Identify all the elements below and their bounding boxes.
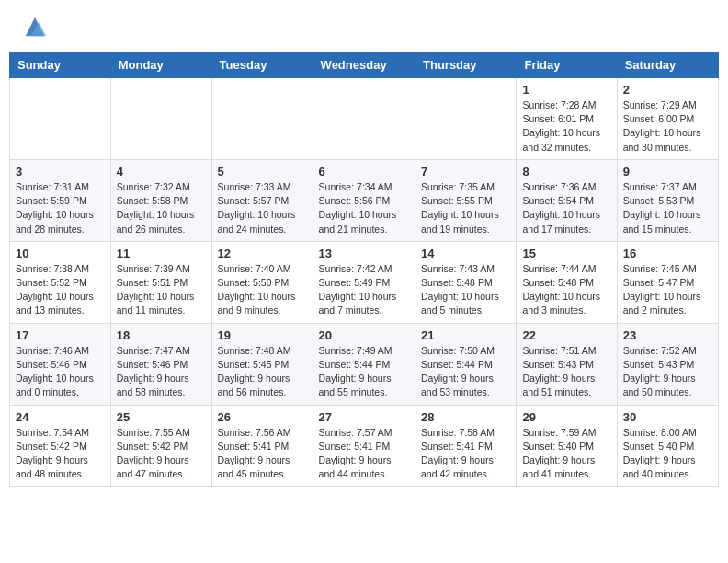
day-number: 21 <box>421 328 510 342</box>
day-info: Sunrise: 7:35 AM Sunset: 5:55 PM Dayligh… <box>421 180 510 236</box>
calendar-cell: 4Sunrise: 7:32 AM Sunset: 5:58 PM Daylig… <box>110 159 211 241</box>
day-number: 11 <box>117 247 206 260</box>
day-info: Sunrise: 7:28 AM Sunset: 6:01 PM Dayligh… <box>522 98 610 155</box>
calendar-cell: 6Sunrise: 7:34 AM Sunset: 5:56 PM Daylig… <box>313 159 415 241</box>
day-number: 19 <box>218 328 307 342</box>
calendar-cell: 25Sunrise: 7:55 AM Sunset: 5:42 PM Dayli… <box>110 405 211 487</box>
calendar-cell <box>110 78 211 160</box>
day-number: 29 <box>522 410 610 424</box>
day-number: 5 <box>218 165 307 178</box>
calendar-cell: 20Sunrise: 7:49 AM Sunset: 5:44 PM Dayli… <box>313 323 415 405</box>
day-info: Sunrise: 7:40 AM Sunset: 5:50 PM Dayligh… <box>218 262 307 318</box>
header-day-saturday: Saturday <box>617 52 718 78</box>
day-number: 4 <box>117 165 206 178</box>
calendar-week-row: 10Sunrise: 7:38 AM Sunset: 5:52 PM Dayli… <box>10 241 719 323</box>
day-number: 25 <box>117 410 206 424</box>
calendar-table: SundayMondayTuesdayWednesdayThursdayFrid… <box>9 52 719 487</box>
day-info: Sunrise: 7:39 AM Sunset: 5:51 PM Dayligh… <box>117 262 206 318</box>
day-info: Sunrise: 7:29 AM Sunset: 6:00 PM Dayligh… <box>623 98 712 155</box>
calendar-cell: 9Sunrise: 7:37 AM Sunset: 5:53 PM Daylig… <box>617 159 718 241</box>
header-day-sunday: Sunday <box>10 52 111 78</box>
day-info: Sunrise: 7:52 AM Sunset: 5:43 PM Dayligh… <box>623 344 712 400</box>
day-info: Sunrise: 7:31 AM Sunset: 5:59 PM Dayligh… <box>16 180 105 236</box>
calendar-cell: 7Sunrise: 7:35 AM Sunset: 5:55 PM Daylig… <box>415 159 517 241</box>
calendar-cell: 21Sunrise: 7:50 AM Sunset: 5:44 PM Dayli… <box>415 323 517 405</box>
day-info: Sunrise: 7:44 AM Sunset: 5:48 PM Dayligh… <box>522 262 610 318</box>
header-day-monday: Monday <box>110 52 211 78</box>
calendar-cell: 26Sunrise: 7:56 AM Sunset: 5:41 PM Dayli… <box>211 405 313 487</box>
calendar-cell: 28Sunrise: 7:58 AM Sunset: 5:41 PM Dayli… <box>415 405 517 487</box>
day-info: Sunrise: 7:58 AM Sunset: 5:41 PM Dayligh… <box>421 426 510 482</box>
day-number: 10 <box>16 247 105 260</box>
day-number: 12 <box>218 247 307 260</box>
calendar-cell: 2Sunrise: 7:29 AM Sunset: 6:00 PM Daylig… <box>617 78 718 160</box>
logo <box>18 14 48 40</box>
day-number: 14 <box>421 247 510 260</box>
day-info: Sunrise: 7:45 AM Sunset: 5:47 PM Dayligh… <box>623 262 712 318</box>
calendar-cell: 30Sunrise: 8:00 AM Sunset: 5:40 PM Dayli… <box>617 405 718 487</box>
day-number: 6 <box>319 165 409 178</box>
day-info: Sunrise: 7:36 AM Sunset: 5:54 PM Dayligh… <box>522 180 610 236</box>
day-info: Sunrise: 7:59 AM Sunset: 5:40 PM Dayligh… <box>522 426 610 482</box>
logo-icon <box>22 14 48 40</box>
day-number: 16 <box>623 247 712 260</box>
day-number: 15 <box>522 247 610 260</box>
calendar-cell: 27Sunrise: 7:57 AM Sunset: 5:41 PM Dayli… <box>313 405 415 487</box>
calendar-cell <box>10 78 111 160</box>
day-info: Sunrise: 7:48 AM Sunset: 5:45 PM Dayligh… <box>218 344 307 400</box>
day-number: 23 <box>623 328 712 342</box>
calendar-cell: 8Sunrise: 7:36 AM Sunset: 5:54 PM Daylig… <box>517 159 617 241</box>
day-info: Sunrise: 7:47 AM Sunset: 5:46 PM Dayligh… <box>117 344 206 400</box>
page-header <box>9 9 719 44</box>
day-number: 26 <box>218 410 307 424</box>
day-number: 27 <box>319 410 409 424</box>
day-info: Sunrise: 7:56 AM Sunset: 5:41 PM Dayligh… <box>218 426 307 482</box>
calendar-cell <box>211 78 313 160</box>
day-number: 8 <box>522 165 610 178</box>
calendar-cell: 14Sunrise: 7:43 AM Sunset: 5:48 PM Dayli… <box>415 241 517 323</box>
day-info: Sunrise: 8:00 AM Sunset: 5:40 PM Dayligh… <box>623 426 712 482</box>
day-info: Sunrise: 7:49 AM Sunset: 5:44 PM Dayligh… <box>319 344 409 400</box>
calendar-cell: 13Sunrise: 7:42 AM Sunset: 5:49 PM Dayli… <box>313 241 415 323</box>
header-day-tuesday: Tuesday <box>211 52 313 78</box>
day-info: Sunrise: 7:33 AM Sunset: 5:57 PM Dayligh… <box>218 180 307 236</box>
day-number: 24 <box>16 410 105 424</box>
calendar-week-row: 24Sunrise: 7:54 AM Sunset: 5:42 PM Dayli… <box>10 405 719 487</box>
day-info: Sunrise: 7:50 AM Sunset: 5:44 PM Dayligh… <box>421 344 510 400</box>
calendar-cell: 15Sunrise: 7:44 AM Sunset: 5:48 PM Dayli… <box>517 241 617 323</box>
calendar-week-row: 17Sunrise: 7:46 AM Sunset: 5:46 PM Dayli… <box>10 323 719 405</box>
day-info: Sunrise: 7:46 AM Sunset: 5:46 PM Dayligh… <box>16 344 105 400</box>
day-number: 13 <box>319 247 409 260</box>
header-day-thursday: Thursday <box>415 52 517 78</box>
calendar-cell: 12Sunrise: 7:40 AM Sunset: 5:50 PM Dayli… <box>211 241 313 323</box>
day-number: 18 <box>117 328 206 342</box>
day-number: 30 <box>623 410 712 424</box>
day-info: Sunrise: 7:32 AM Sunset: 5:58 PM Dayligh… <box>117 180 206 236</box>
calendar-cell: 18Sunrise: 7:47 AM Sunset: 5:46 PM Dayli… <box>110 323 211 405</box>
header-day-wednesday: Wednesday <box>313 52 415 78</box>
day-info: Sunrise: 7:54 AM Sunset: 5:42 PM Dayligh… <box>16 426 105 482</box>
day-info: Sunrise: 7:55 AM Sunset: 5:42 PM Dayligh… <box>117 426 206 482</box>
calendar-cell: 5Sunrise: 7:33 AM Sunset: 5:57 PM Daylig… <box>211 159 313 241</box>
calendar-cell: 23Sunrise: 7:52 AM Sunset: 5:43 PM Dayli… <box>617 323 718 405</box>
calendar-cell <box>415 78 517 160</box>
day-number: 22 <box>522 328 610 342</box>
calendar-cell: 17Sunrise: 7:46 AM Sunset: 5:46 PM Dayli… <box>10 323 111 405</box>
day-info: Sunrise: 7:43 AM Sunset: 5:48 PM Dayligh… <box>421 262 510 318</box>
day-number: 7 <box>421 165 510 178</box>
day-info: Sunrise: 7:37 AM Sunset: 5:53 PM Dayligh… <box>623 180 712 236</box>
day-number: 2 <box>623 83 712 97</box>
calendar-cell: 22Sunrise: 7:51 AM Sunset: 5:43 PM Dayli… <box>517 323 617 405</box>
calendar-cell: 10Sunrise: 7:38 AM Sunset: 5:52 PM Dayli… <box>10 241 111 323</box>
calendar-cell <box>313 78 415 160</box>
calendar-cell: 11Sunrise: 7:39 AM Sunset: 5:51 PM Dayli… <box>110 241 211 323</box>
calendar-cell: 24Sunrise: 7:54 AM Sunset: 5:42 PM Dayli… <box>10 405 111 487</box>
day-info: Sunrise: 7:57 AM Sunset: 5:41 PM Dayligh… <box>319 426 409 482</box>
day-number: 20 <box>319 328 409 342</box>
day-number: 17 <box>16 328 105 342</box>
calendar-cell: 16Sunrise: 7:45 AM Sunset: 5:47 PM Dayli… <box>617 241 718 323</box>
day-number: 9 <box>623 165 712 178</box>
calendar-cell: 29Sunrise: 7:59 AM Sunset: 5:40 PM Dayli… <box>517 405 617 487</box>
day-info: Sunrise: 7:42 AM Sunset: 5:49 PM Dayligh… <box>319 262 409 318</box>
calendar-cell: 1Sunrise: 7:28 AM Sunset: 6:01 PM Daylig… <box>517 78 617 160</box>
